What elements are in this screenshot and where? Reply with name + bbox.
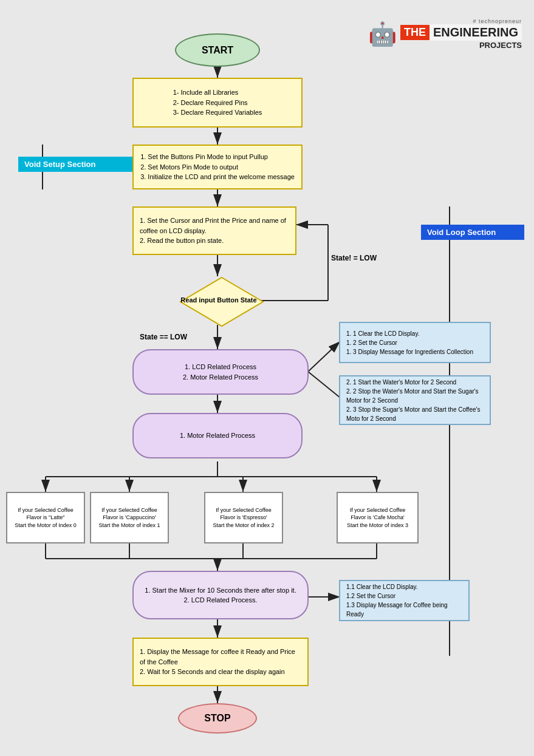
logo-techno-text: # technopreneur bbox=[400, 18, 522, 24]
start-node: START bbox=[175, 33, 260, 67]
void-loop-label: Void Loop Section bbox=[421, 225, 524, 240]
logo-area: 🤖 # technopreneur THE ENGINEERING PROJEC… bbox=[368, 18, 522, 50]
diamond-node: Read input Button State bbox=[179, 276, 258, 325]
motor-process-box: 1. Motor Related Process bbox=[132, 413, 303, 458]
flowchart: 🤖 # technopreneur THE ENGINEERING PROJEC… bbox=[0, 0, 534, 756]
process1-box: 1. LCD Related Process 2. Motor Related … bbox=[132, 349, 309, 395]
lcd-side1-box: 1. 1 Clear the LCD Display. 1. 2 Set the… bbox=[339, 322, 491, 363]
init-box: 1- Include all Libraries 2- Declare Requ… bbox=[132, 78, 303, 128]
setup-box: 1. Set the Buttons Pin Mode to input Pul… bbox=[132, 145, 303, 189]
state-low-label: State == LOW bbox=[140, 333, 187, 341]
state-not-low-label: State! = LOW bbox=[331, 254, 377, 262]
svg-line-27 bbox=[308, 341, 340, 372]
latte-box: If your Selected Coffee Flavor is "Latte… bbox=[6, 492, 85, 543]
logo-the-text: THE bbox=[400, 25, 430, 40]
stop-node: STOP bbox=[178, 703, 257, 734]
display-box: 1. Display the Message for coffee it Rea… bbox=[132, 638, 309, 686]
logo-projects-text: PROJECTS bbox=[400, 41, 522, 50]
logo-engineering-text: ENGINEERING bbox=[430, 24, 522, 41]
loop-box: 1. Set the Cursor and Print the Price an… bbox=[132, 206, 296, 255]
lcd-side2-box: 1.1 Clear the LCD Display. 1.2 Set the C… bbox=[339, 580, 470, 621]
cappuccino-box: If your Selected Coffee Flavor is 'Cappu… bbox=[90, 492, 169, 543]
svg-line-28 bbox=[308, 372, 340, 398]
void-setup-label: Void Setup Section bbox=[18, 157, 140, 172]
logo-robot-icon: 🤖 bbox=[368, 21, 397, 47]
motor-side-box: 2. 1 Start the Water's Motor for 2 Secon… bbox=[339, 375, 491, 425]
espresso-box: If your Selected Coffee Flavor is 'Espre… bbox=[204, 492, 283, 543]
cafe-mocha-box: If your Selected Coffee Flavor is 'Cafe … bbox=[337, 492, 419, 543]
mixer-box: 1. Start the Mixer for 10 Seconds there … bbox=[132, 571, 309, 619]
